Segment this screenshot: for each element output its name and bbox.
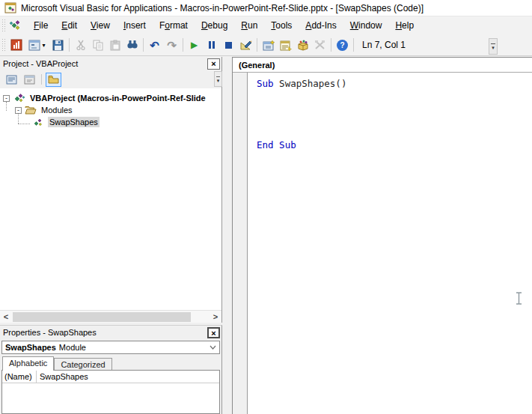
project-explorer-panel: Project - VBAProject ×	[0, 57, 222, 323]
insert-userform-button[interactable]: ▾	[25, 37, 49, 53]
tree-node-modules[interactable]: - Modules	[0, 104, 74, 116]
window-title: Microsoft Visual Basic for Applications …	[21, 3, 424, 13]
object-selector-combobox[interactable]: SwapShapes Module	[1, 341, 220, 354]
copy-button[interactable]	[89, 37, 106, 53]
view-code-button[interactable]	[4, 73, 19, 87]
object-browser-icon	[297, 40, 309, 51]
property-row-name[interactable]: (Name) SwapShapes	[2, 371, 219, 383]
cut-button[interactable]	[72, 37, 89, 53]
app-window-icon	[4, 2, 16, 13]
toolbar-separator	[143, 38, 144, 52]
menu-help[interactable]: Help	[388, 17, 421, 34]
object-dropdown[interactable]: (General)	[233, 58, 532, 73]
powerpoint-host-icon	[10, 39, 22, 51]
tree-node-swapshapes[interactable]: SwapShapes	[0, 116, 100, 128]
collapse-expander[interactable]: -	[15, 107, 22, 114]
menu-format[interactable]: Format	[153, 17, 195, 34]
tree-node-label: Modules	[40, 105, 74, 115]
code-line-6[interactable]: End Sub	[257, 139, 296, 150]
insert-dropdown-caret-icon[interactable]: ▾	[42, 42, 45, 49]
view-host-app-button[interactable]	[7, 37, 25, 53]
tree-node-vbaproject[interactable]: - VBAProject (Macros-in-PowerPoint-Ref-S…	[0, 92, 207, 104]
toolbox-button[interactable]	[311, 37, 328, 53]
properties-panel: Properties - SwapShapes × SwapShapes Mod…	[0, 325, 222, 414]
menu-file[interactable]: File	[27, 17, 55, 34]
undo-icon: ↶	[150, 40, 159, 51]
properties-window-button[interactable]	[277, 37, 294, 53]
toolbox-icon	[314, 40, 325, 50]
toolbar-grip[interactable]	[1, 38, 5, 52]
redo-icon: ↷	[167, 40, 177, 51]
design-mode-button[interactable]	[237, 37, 254, 53]
toolbar-separator	[331, 38, 331, 52]
undo-button[interactable]: ↶	[146, 37, 163, 53]
ibeam-cursor-icon	[514, 291, 524, 305]
reset-button[interactable]	[220, 37, 237, 53]
tree-node-label: SwapShapes	[48, 117, 100, 127]
scroll-left-arrow[interactable]: <	[0, 311, 12, 323]
title-bar: Microsoft Visual Basic for Applications …	[0, 0, 532, 16]
menu-debug[interactable]: Debug	[195, 17, 234, 34]
properties-panel-header: Properties - SwapShapes ×	[0, 326, 221, 339]
toggle-folders-button[interactable]	[46, 73, 61, 87]
selected-object-type: Module	[59, 343, 86, 352]
insert-userform-icon	[28, 40, 40, 51]
properties-panel-title: Properties - SwapShapes	[3, 328, 97, 337]
project-panel-scroll-button[interactable]: ▾	[214, 71, 222, 87]
project-panel-close-button[interactable]: ×	[207, 58, 220, 70]
code-margin-indicator-bar[interactable]	[233, 73, 248, 414]
collapse-expander[interactable]: -	[3, 95, 10, 102]
menu-edit[interactable]: Edit	[55, 17, 84, 34]
scroll-right-arrow[interactable]: >	[210, 311, 221, 323]
menu-bar: File Edit View Insert Format Debug Run T…	[0, 16, 532, 34]
project-explorer-button[interactable]	[260, 37, 277, 53]
menu-insert[interactable]: Insert	[117, 17, 153, 34]
menu-view[interactable]: View	[84, 17, 117, 34]
tab-categorized[interactable]: Categorized	[54, 358, 111, 370]
property-value-cell[interactable]: SwapShapes	[37, 371, 91, 382]
property-name-cell: (Name)	[2, 371, 37, 383]
scroll-grip	[216, 76, 220, 77]
object-browser-button[interactable]	[294, 37, 311, 53]
properties-panel-close-button[interactable]: ×	[207, 327, 220, 338]
procedure-name: SwapShapes()	[274, 78, 347, 89]
run-icon: ▶	[191, 40, 198, 49]
project-panel-title: Project - VBAProject	[3, 59, 78, 68]
save-icon	[52, 40, 64, 51]
code-editor[interactable]: Sub SwapShapes() End Sub	[248, 73, 532, 414]
break-button[interactable]	[203, 37, 220, 53]
view-object-button[interactable]	[22, 73, 37, 87]
cut-icon	[76, 40, 86, 50]
project-tree: - VBAProject (Macros-in-PowerPoint-Ref-S…	[0, 88, 221, 310]
save-button[interactable]	[49, 37, 67, 53]
selected-object-name: SwapShapes	[5, 343, 56, 352]
scroll-caret-icon: ▾	[217, 79, 220, 82]
copy-icon	[93, 40, 103, 51]
menu-add-ins[interactable]: Add-Ins	[299, 17, 343, 34]
design-mode-icon	[240, 40, 252, 51]
project-horizontal-scrollbar[interactable]: < >	[0, 310, 221, 323]
vba-logo-icon	[9, 19, 22, 31]
menu-window[interactable]: Window	[343, 17, 389, 34]
menu-run[interactable]: Run	[234, 17, 264, 34]
combo-chevron-down-icon	[210, 345, 216, 350]
menu-tools[interactable]: Tools	[264, 17, 299, 34]
scroll-thumb[interactable]	[13, 312, 191, 322]
help-button[interactable]: ?	[334, 37, 351, 53]
find-icon	[126, 40, 138, 50]
redo-button[interactable]: ↷	[163, 37, 180, 53]
toolbar-options-button[interactable]: ▾	[489, 38, 498, 55]
code-line-1[interactable]: Sub SwapShapes()	[257, 78, 346, 89]
folder-icon	[48, 75, 59, 84]
menubar-grip[interactable]	[1, 19, 5, 32]
run-button[interactable]: ▶	[186, 37, 203, 53]
tree-node-label: VBAProject (Macros-in-PowerPoint-Ref-Sli…	[28, 93, 207, 103]
find-button[interactable]	[123, 37, 141, 53]
view-code-icon	[6, 75, 17, 85]
tab-alphabetic[interactable]: Alphabetic	[2, 356, 54, 371]
project-panel-header: Project - VBAProject ×	[0, 57, 221, 70]
paste-button[interactable]	[106, 37, 123, 53]
help-icon: ?	[337, 40, 348, 51]
toolbar-options-bar	[491, 43, 495, 44]
break-icon	[209, 41, 215, 49]
